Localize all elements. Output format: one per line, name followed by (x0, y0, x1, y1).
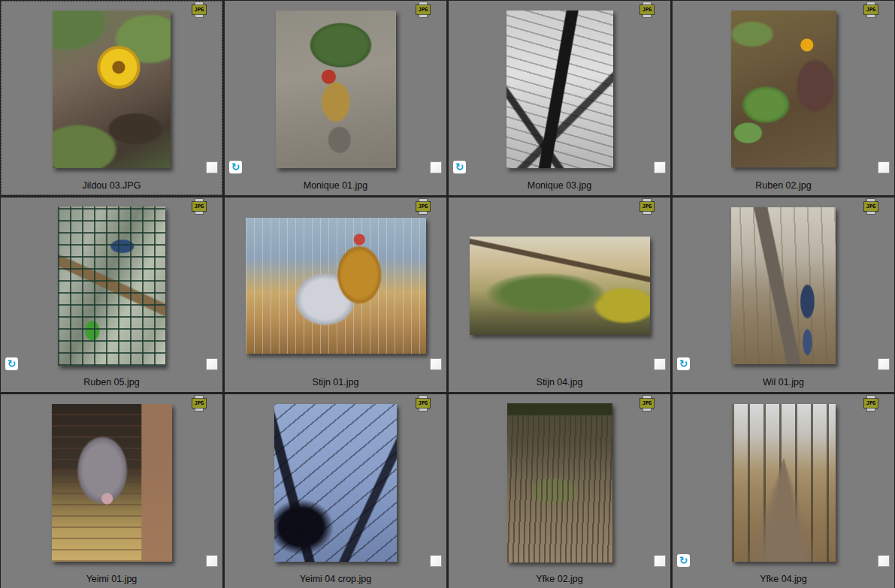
thumbnail-cell[interactable]: JPG Yfke 02.jpg (449, 394, 670, 588)
thumbnail-grid: JPG Jildou 03.JPG JPG ↻ Monique 01.jpg J… (0, 0, 895, 588)
jpg-file-type-badge-icon: JPG (192, 398, 207, 409)
rotate-icon[interactable]: ↻ (677, 357, 690, 370)
thumbnail-cell[interactable]: JPG ↻ Monique 03.jpg (449, 1, 670, 195)
select-checkbox[interactable] (206, 161, 218, 173)
select-checkbox[interactable] (430, 161, 442, 173)
jpg-file-type-badge-icon: JPG (192, 201, 207, 212)
thumbnail-area (449, 394, 670, 571)
thumbnail-cell[interactable]: JPG Ruben 02.jpg (673, 1, 894, 195)
select-checkbox[interactable] (206, 555, 218, 567)
select-checkbox[interactable] (878, 161, 890, 173)
jpg-file-type-badge-icon: JPG (863, 398, 878, 409)
jpg-file-type-badge-icon: JPG (416, 398, 431, 409)
select-checkbox[interactable] (654, 555, 666, 567)
thumbnail-area (449, 1, 670, 177)
thumbnail-cell[interactable]: JPG Stijn 01.jpg (225, 198, 446, 392)
rotate-icon[interactable]: ↻ (229, 161, 242, 173)
photo-thumbnail[interactable] (274, 404, 397, 562)
jpg-file-type-badge-icon: JPG (863, 5, 878, 15)
filename-label: Monique 03.jpg (449, 177, 670, 195)
photo-thumbnail[interactable] (506, 11, 613, 168)
jpg-file-type-badge-icon: JPG (640, 398, 655, 409)
thumbnail-cell[interactable]: JPG Stijn 04.jpg (449, 198, 670, 392)
select-checkbox[interactable] (878, 555, 890, 567)
thumbnail-cell[interactable]: JPG Jildou 03.JPG (1, 1, 222, 195)
thumbnail-area (1, 198, 222, 374)
photo-thumbnail[interactable] (470, 237, 650, 335)
select-checkbox[interactable] (206, 358, 218, 370)
rotate-icon[interactable]: ↻ (677, 554, 690, 567)
thumbnail-area (225, 394, 446, 571)
thumbnail-cell[interactable]: JPG Yeimi 01.jpg (1, 394, 222, 588)
thumbnail-area (673, 394, 894, 571)
thumbnail-area (673, 198, 894, 374)
photo-thumbnail[interactable] (731, 11, 836, 167)
photo-thumbnail[interactable] (58, 207, 165, 366)
filename-label: Monique 01.jpg (225, 177, 446, 195)
photo-thumbnail[interactable] (732, 404, 836, 562)
thumbnail-cell[interactable]: JPG Yeimi 04 crop.jpg (225, 394, 446, 588)
filename-label: Yeimi 01.jpg (1, 571, 222, 588)
photo-thumbnail[interactable] (731, 207, 836, 364)
select-checkbox[interactable] (430, 555, 442, 567)
thumbnail-area (1, 394, 222, 571)
thumbnail-cell[interactable]: JPG ↻ Yfke 04.jpg (673, 394, 894, 588)
photo-thumbnail[interactable] (53, 11, 171, 168)
select-checkbox[interactable] (654, 358, 666, 370)
filename-label: Stijn 01.jpg (225, 374, 446, 392)
filename-label: Jildou 03.JPG (1, 177, 222, 195)
jpg-file-type-badge-icon: JPG (192, 5, 207, 15)
jpg-file-type-badge-icon: JPG (640, 201, 655, 212)
jpg-file-type-badge-icon: JPG (863, 201, 878, 212)
thumbnail-cell[interactable]: JPG ↻ Monique 01.jpg (225, 1, 446, 195)
rotate-icon[interactable]: ↻ (453, 161, 466, 173)
thumbnail-cell[interactable]: JPG ↻ Wil 01.jpg (673, 198, 894, 392)
select-checkbox[interactable] (430, 358, 442, 370)
filename-label: Ruben 02.jpg (673, 177, 894, 195)
photo-thumbnail[interactable] (276, 11, 396, 168)
photo-thumbnail[interactable] (507, 403, 612, 562)
filename-label: Stijn 04.jpg (449, 374, 670, 392)
jpg-file-type-badge-icon: JPG (416, 201, 431, 212)
jpg-file-type-badge-icon: JPG (416, 5, 431, 15)
filename-label: Yfke 04.jpg (673, 571, 894, 588)
thumbnail-area (225, 1, 446, 177)
filename-label: Yeimi 04 crop.jpg (225, 571, 446, 588)
rotate-icon[interactable]: ↻ (5, 357, 18, 370)
select-checkbox[interactable] (654, 161, 666, 173)
photo-thumbnail[interactable] (246, 218, 426, 354)
select-checkbox[interactable] (878, 358, 890, 370)
thumbnail-cell[interactable]: JPG ↻ Ruben 05.jpg (1, 198, 222, 392)
thumbnail-area (1, 1, 222, 177)
jpg-file-type-badge-icon: JPG (640, 5, 655, 15)
filename-label: Yfke 02.jpg (449, 571, 670, 588)
thumbnail-area (225, 198, 446, 374)
filename-label: Ruben 05.jpg (1, 374, 222, 392)
thumbnail-area (673, 1, 894, 177)
photo-thumbnail[interactable] (52, 404, 172, 562)
thumbnail-area (449, 198, 670, 374)
filename-label: Wil 01.jpg (673, 374, 894, 392)
